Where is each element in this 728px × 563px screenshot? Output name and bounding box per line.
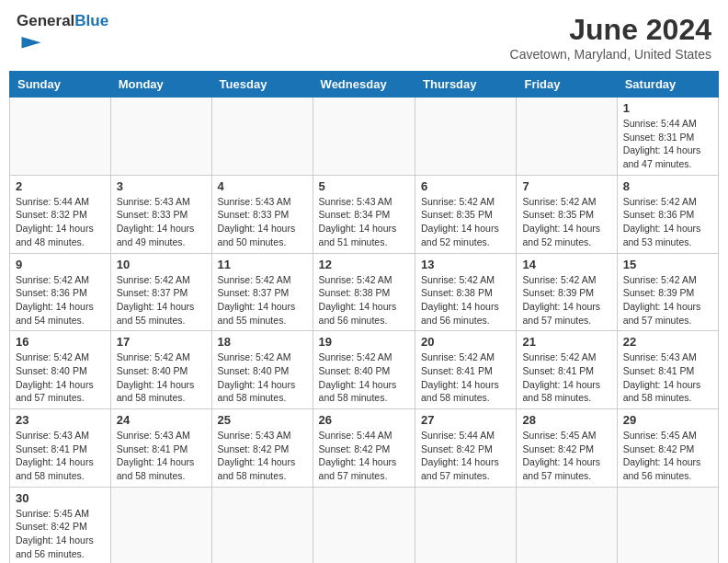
day-cell — [211, 487, 313, 563]
day-cell: 12Sunrise: 5:42 AM Sunset: 8:38 PM Dayli… — [313, 253, 415, 331]
day-cell: 18Sunrise: 5:42 AM Sunset: 8:40 PM Dayli… — [211, 331, 313, 409]
day-cell: 10Sunrise: 5:42 AM Sunset: 8:37 PM Dayli… — [110, 253, 211, 331]
day-info: Sunrise: 5:42 AM Sunset: 8:35 PM Dayligh… — [522, 195, 610, 249]
day-cell: 23Sunrise: 5:43 AM Sunset: 8:41 PM Dayli… — [10, 409, 111, 488]
day-info: Sunrise: 5:42 AM Sunset: 8:40 PM Dayligh… — [218, 350, 307, 405]
day-number: 4 — [218, 179, 307, 193]
day-number: 19 — [319, 335, 409, 349]
day-info: Sunrise: 5:42 AM Sunset: 8:39 PM Dayligh… — [522, 273, 610, 327]
day-info: Sunrise: 5:42 AM Sunset: 8:40 PM Dayligh… — [16, 350, 105, 405]
day-number: 11 — [218, 258, 307, 271]
day-cell: 15Sunrise: 5:42 AM Sunset: 8:39 PM Dayli… — [617, 253, 718, 331]
day-number: 21 — [522, 335, 610, 349]
day-cell: 8Sunrise: 5:42 AM Sunset: 8:36 PM Daylig… — [617, 175, 718, 253]
day-cell: 24Sunrise: 5:43 AM Sunset: 8:41 PM Dayli… — [110, 409, 211, 488]
day-number: 29 — [623, 413, 712, 427]
week-row-0: 1Sunrise: 5:44 AM Sunset: 8:31 PM Daylig… — [10, 98, 719, 176]
day-number: 18 — [218, 335, 307, 349]
day-info: Sunrise: 5:42 AM Sunset: 8:37 PM Dayligh… — [218, 273, 307, 327]
day-number: 8 — [623, 179, 712, 193]
day-cell: 5Sunrise: 5:43 AM Sunset: 8:34 PM Daylig… — [313, 175, 415, 253]
day-cell — [211, 98, 313, 176]
week-row-4: 23Sunrise: 5:43 AM Sunset: 8:41 PM Dayli… — [10, 409, 719, 488]
day-number: 9 — [16, 258, 105, 271]
logo: GeneralBlue — [17, 13, 108, 60]
day-cell: 4Sunrise: 5:43 AM Sunset: 8:33 PM Daylig… — [211, 175, 313, 253]
day-cell: 6Sunrise: 5:42 AM Sunset: 8:35 PM Daylig… — [415, 175, 517, 253]
day-number: 1 — [623, 101, 712, 115]
day-info: Sunrise: 5:44 AM Sunset: 8:31 PM Dayligh… — [623, 117, 712, 171]
day-number: 13 — [421, 258, 510, 271]
week-row-5: 30Sunrise: 5:45 AM Sunset: 8:42 PM Dayli… — [10, 487, 719, 563]
header-saturday: Saturday — [617, 72, 718, 98]
day-cell — [517, 98, 617, 176]
day-number: 10 — [117, 258, 206, 271]
header: GeneralBlue June 2024 Cavetown, Maryland… — [9, 9, 719, 65]
day-number: 22 — [623, 335, 712, 349]
day-number: 26 — [319, 413, 409, 427]
day-cell: 16Sunrise: 5:42 AM Sunset: 8:40 PM Dayli… — [10, 331, 111, 409]
day-number: 15 — [623, 258, 712, 271]
day-number: 3 — [117, 179, 206, 193]
day-cell: 2Sunrise: 5:44 AM Sunset: 8:32 PM Daylig… — [10, 175, 111, 253]
day-cell: 13Sunrise: 5:42 AM Sunset: 8:38 PM Dayli… — [415, 253, 517, 331]
day-info: Sunrise: 5:43 AM Sunset: 8:33 PM Dayligh… — [117, 195, 206, 249]
day-cell — [415, 98, 517, 176]
day-info: Sunrise: 5:43 AM Sunset: 8:41 PM Dayligh… — [117, 429, 206, 483]
day-cell: 30Sunrise: 5:45 AM Sunset: 8:42 PM Dayli… — [10, 487, 111, 563]
day-info: Sunrise: 5:43 AM Sunset: 8:42 PM Dayligh… — [218, 429, 307, 483]
day-number: 30 — [16, 491, 105, 505]
day-info: Sunrise: 5:42 AM Sunset: 8:39 PM Dayligh… — [623, 273, 712, 327]
day-cell — [313, 98, 415, 176]
header-tuesday: Tuesday — [211, 72, 313, 98]
day-number: 25 — [218, 413, 307, 427]
day-number: 28 — [522, 413, 610, 427]
day-cell: 28Sunrise: 5:45 AM Sunset: 8:42 PM Dayli… — [517, 409, 617, 488]
day-cell: 22Sunrise: 5:43 AM Sunset: 8:41 PM Dayli… — [617, 331, 718, 409]
day-info: Sunrise: 5:42 AM Sunset: 8:37 PM Dayligh… — [117, 273, 206, 327]
day-cell: 20Sunrise: 5:42 AM Sunset: 8:41 PM Dayli… — [415, 331, 517, 409]
day-info: Sunrise: 5:44 AM Sunset: 8:42 PM Dayligh… — [421, 429, 510, 483]
day-cell: 17Sunrise: 5:42 AM Sunset: 8:40 PM Dayli… — [110, 331, 211, 409]
day-cell: 29Sunrise: 5:45 AM Sunset: 8:42 PM Dayli… — [617, 409, 718, 488]
day-number: 17 — [117, 335, 206, 349]
day-info: Sunrise: 5:44 AM Sunset: 8:42 PM Dayligh… — [319, 429, 409, 483]
day-number: 5 — [319, 179, 409, 193]
title-block: June 2024 Cavetown, Maryland, United Sta… — [510, 13, 711, 62]
day-number: 7 — [522, 179, 610, 193]
day-cell — [617, 487, 718, 563]
day-number: 20 — [421, 335, 510, 349]
header-monday: Monday — [110, 72, 211, 98]
header-thursday: Thursday — [415, 72, 517, 98]
day-info: Sunrise: 5:44 AM Sunset: 8:32 PM Dayligh… — [16, 195, 105, 249]
day-info: Sunrise: 5:42 AM Sunset: 8:41 PM Dayligh… — [522, 350, 610, 405]
day-cell — [313, 487, 415, 563]
svg-marker-0 — [22, 37, 41, 49]
day-cell: 25Sunrise: 5:43 AM Sunset: 8:42 PM Dayli… — [211, 409, 313, 488]
day-cell: 3Sunrise: 5:43 AM Sunset: 8:33 PM Daylig… — [110, 175, 211, 253]
day-number: 24 — [117, 413, 206, 427]
day-cell: 11Sunrise: 5:42 AM Sunset: 8:37 PM Dayli… — [211, 253, 313, 331]
day-info: Sunrise: 5:42 AM Sunset: 8:40 PM Dayligh… — [117, 350, 206, 405]
day-info: Sunrise: 5:43 AM Sunset: 8:41 PM Dayligh… — [16, 429, 105, 483]
day-cell: 14Sunrise: 5:42 AM Sunset: 8:39 PM Dayli… — [517, 253, 617, 331]
calendar-title: June 2024 — [510, 13, 711, 47]
week-row-2: 9Sunrise: 5:42 AM Sunset: 8:36 PM Daylig… — [10, 253, 719, 331]
calendar-table: Sunday Monday Tuesday Wednesday Thursday… — [9, 71, 719, 563]
day-number: 27 — [421, 413, 510, 427]
day-info: Sunrise: 5:43 AM Sunset: 8:33 PM Dayligh… — [218, 195, 307, 249]
day-cell: 19Sunrise: 5:42 AM Sunset: 8:40 PM Dayli… — [313, 331, 415, 409]
day-info: Sunrise: 5:42 AM Sunset: 8:40 PM Dayligh… — [319, 350, 409, 405]
day-cell: 27Sunrise: 5:44 AM Sunset: 8:42 PM Dayli… — [415, 409, 517, 488]
day-info: Sunrise: 5:45 AM Sunset: 8:42 PM Dayligh… — [623, 429, 712, 483]
day-number: 16 — [16, 335, 105, 349]
week-row-3: 16Sunrise: 5:42 AM Sunset: 8:40 PM Dayli… — [10, 331, 719, 409]
day-cell: 1Sunrise: 5:44 AM Sunset: 8:31 PM Daylig… — [617, 98, 718, 176]
day-info: Sunrise: 5:45 AM Sunset: 8:42 PM Dayligh… — [522, 429, 610, 483]
day-info: Sunrise: 5:42 AM Sunset: 8:41 PM Dayligh… — [421, 350, 510, 405]
day-cell — [110, 487, 211, 563]
day-number: 2 — [16, 179, 105, 193]
day-cell: 26Sunrise: 5:44 AM Sunset: 8:42 PM Dayli… — [313, 409, 415, 488]
day-cell — [10, 98, 111, 176]
day-number: 23 — [16, 413, 105, 427]
